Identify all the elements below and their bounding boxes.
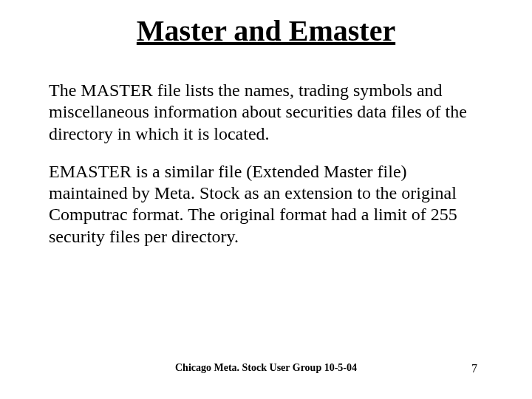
page-number: 7 xyxy=(471,362,477,375)
slide-body: The MASTER file lists the names, trading… xyxy=(49,80,486,264)
body-paragraph: EMASTER is a similar file (Extended Mast… xyxy=(49,161,486,248)
slide-footer: Chicago Meta. Stock User Group 10-5-04 7 xyxy=(0,362,532,392)
slide-title: Master and Emaster xyxy=(0,13,532,48)
body-paragraph: The MASTER file lists the names, trading… xyxy=(49,80,486,145)
slide: Master and Emaster The MASTER file lists… xyxy=(0,0,532,399)
footer-center-text: Chicago Meta. Stock User Group 10-5-04 xyxy=(0,362,532,375)
